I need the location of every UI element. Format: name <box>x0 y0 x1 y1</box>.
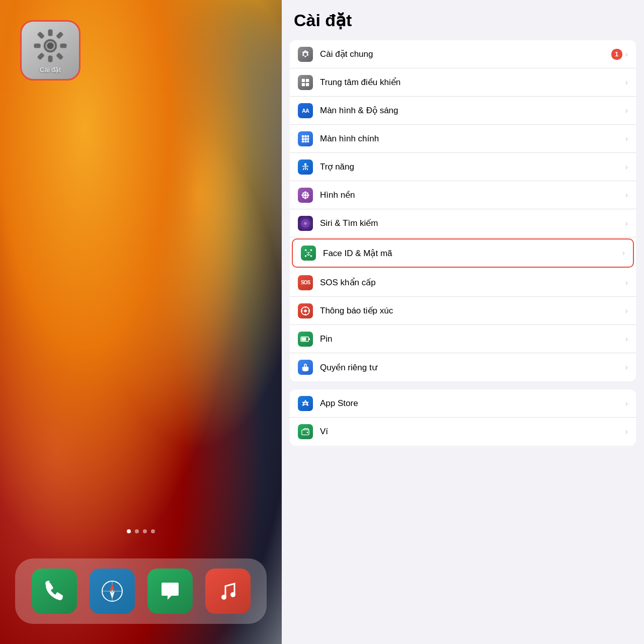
dock <box>15 558 267 624</box>
svg-rect-25 <box>307 135 309 137</box>
svg-rect-28 <box>307 138 309 140</box>
dock-messages-icon[interactable] <box>147 569 193 614</box>
app-icon-label: Cài đặt <box>40 66 61 73</box>
row-man-hinh-chinh[interactable]: Màn hình chính › <box>290 125 636 153</box>
row-trung-tam[interactable]: Trung tâm điều khiển › <box>290 68 636 97</box>
settings-app-icon[interactable]: Cài đặt <box>20 20 80 80</box>
svg-rect-20 <box>306 78 309 82</box>
row-right-app-store: › <box>625 399 628 408</box>
chevron-icon: › <box>625 335 628 344</box>
row-thong-bao[interactable]: Thông báo tiếp xúc › <box>290 297 636 325</box>
dot-1 <box>127 529 131 533</box>
svg-rect-6 <box>56 31 63 39</box>
row-siri[interactable]: Siri & Tìm kiếm › <box>290 209 636 237</box>
row-man-hinh-do-sang[interactable]: AA Màn hình & Độ sáng › <box>290 97 636 125</box>
row-label-hinh-nen: Hình nền <box>320 190 625 200</box>
svg-rect-7 <box>37 52 45 60</box>
row-label-siri: Siri & Tìm kiếm <box>320 218 625 228</box>
svg-rect-2 <box>48 55 53 62</box>
svg-point-33 <box>304 194 306 196</box>
chevron-icon: › <box>625 163 628 172</box>
sos-icon: SOS <box>298 275 313 290</box>
row-hinh-nen[interactable]: Hình nền › <box>290 181 636 209</box>
home-screen: Cài đặt <box>0 0 282 644</box>
row-right-cai-dat-chung: 1 › <box>611 49 628 60</box>
svg-rect-27 <box>304 138 307 140</box>
privacy-icon <box>298 360 313 375</box>
row-quyen-rieng-tu[interactable]: Quyền riêng tư › <box>290 353 636 381</box>
svg-rect-8 <box>56 52 63 60</box>
dot-4 <box>151 529 155 533</box>
chevron-icon: › <box>625 427 628 436</box>
svg-point-43 <box>304 222 306 224</box>
svg-rect-21 <box>302 83 305 86</box>
chevron-icon: › <box>625 50 628 59</box>
row-tro-nang[interactable]: Trợ năng › <box>290 153 636 181</box>
row-right-hinh-nen: › <box>625 191 628 200</box>
svg-point-49 <box>309 252 310 253</box>
row-label-thong-bao: Thông báo tiếp xúc <box>320 305 625 316</box>
row-sos[interactable]: SOS SOS khẩn cấp › <box>290 269 636 297</box>
row-label-quyen-rieng-tu: Quyền riêng tư <box>320 362 625 373</box>
dock-phone-icon[interactable] <box>32 569 77 614</box>
svg-point-17 <box>221 595 226 600</box>
wallpaper <box>0 0 282 644</box>
row-right-man-hinh: › <box>625 106 628 115</box>
row-vi[interactable]: Ví › <box>290 418 636 446</box>
row-label-man-hinh-do-sang: Màn hình & Độ sáng <box>320 105 625 116</box>
home-screen-icon <box>298 131 313 146</box>
svg-rect-4 <box>60 43 66 48</box>
row-cai-dat-chung[interactable]: Cài đặt chung 1 › <box>290 40 636 68</box>
row-face-id[interactable]: Face ID & Mật mã › <box>292 238 634 268</box>
dock-music-icon[interactable] <box>205 569 251 614</box>
row-right-thong-bao: › <box>625 306 628 315</box>
svg-rect-5 <box>37 31 45 39</box>
settings-section-2: App Store › Ví › <box>290 389 636 446</box>
chevron-icon: › <box>622 249 625 258</box>
control-center-icon <box>298 75 313 90</box>
chevron-icon: › <box>625 106 628 115</box>
chevron-icon: › <box>625 278 628 287</box>
dot-3 <box>143 529 147 533</box>
chevron-icon: › <box>625 134 628 143</box>
settings-title: Cài đặt <box>282 0 644 36</box>
row-right-face-id: › <box>622 249 625 258</box>
settings-panel: Cài đặt Cài đặt chung 1 › Trung tâm điều… <box>282 0 644 644</box>
dock-safari-icon[interactable] <box>90 569 135 614</box>
svg-rect-3 <box>34 43 41 48</box>
chevron-icon: › <box>625 306 628 315</box>
svg-point-38 <box>302 192 304 194</box>
row-label-sos: SOS khẩn cấp <box>320 277 625 288</box>
gear-icon <box>32 28 68 64</box>
svg-point-10 <box>47 42 54 49</box>
svg-rect-44 <box>305 250 307 251</box>
svg-point-35 <box>304 197 307 199</box>
svg-rect-23 <box>302 135 304 137</box>
svg-rect-1 <box>48 29 53 36</box>
settings-section-1: Cài đặt chung 1 › Trung tâm điều khiển ›… <box>290 40 636 381</box>
chevron-icon: › <box>625 219 628 228</box>
svg-rect-30 <box>304 140 307 142</box>
safari-icon <box>100 579 125 604</box>
row-right-pin: › <box>625 335 628 344</box>
wallet-icon <box>298 424 313 439</box>
svg-rect-29 <box>302 140 304 142</box>
dot-2 <box>135 529 139 533</box>
svg-rect-31 <box>307 140 309 142</box>
svg-rect-26 <box>302 138 304 140</box>
badge-1: 1 <box>611 49 622 60</box>
chevron-icon: › <box>625 363 628 372</box>
svg-point-48 <box>306 252 307 253</box>
svg-point-18 <box>230 592 235 597</box>
svg-rect-22 <box>306 83 309 86</box>
row-right-man-hinh-chinh: › <box>625 134 628 143</box>
battery-icon <box>298 332 313 347</box>
messages-icon <box>157 579 183 604</box>
svg-rect-24 <box>304 135 307 137</box>
row-app-store[interactable]: App Store › <box>290 389 636 418</box>
row-right-tro-nang: › <box>625 163 628 172</box>
row-pin[interactable]: Pin › <box>290 325 636 353</box>
row-right-quyen-rieng-tu: › <box>625 363 628 372</box>
phone-icon <box>42 579 67 604</box>
svg-rect-59 <box>308 338 310 340</box>
